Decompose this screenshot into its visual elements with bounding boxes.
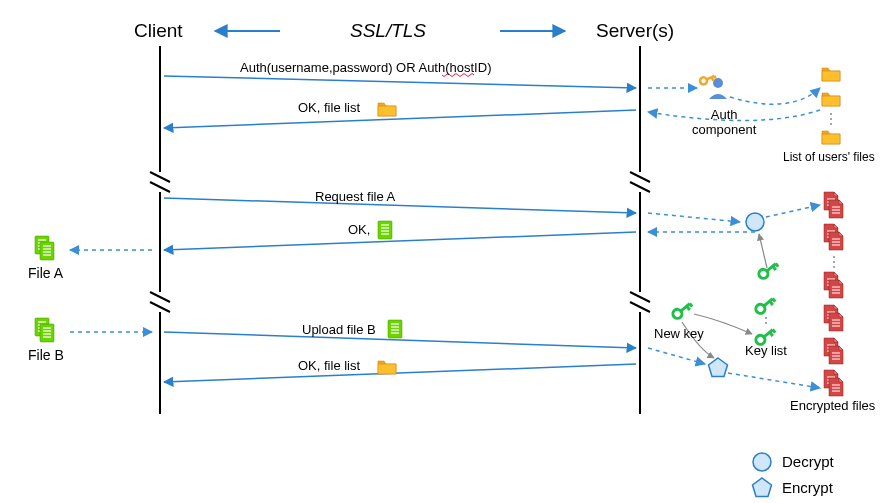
folder-icon [378,103,396,116]
encrypt-node [709,358,728,377]
msg-auth-req [164,76,636,88]
key-icon [754,295,776,315]
folder-icon [822,131,840,144]
msg-req-a-text: Request file A [315,189,395,204]
doc-green-icon [378,221,392,239]
link-decrypt-file [766,205,820,217]
msg-req-a [164,198,636,213]
link-auth-to-users [730,88,820,104]
doc-red-icon [829,313,843,331]
doc-red-icon [829,280,843,298]
link-server-decrypt [648,213,740,222]
doc-red-icon [829,232,843,250]
key-list-label: Key list [745,343,787,358]
legend-encrypt-icon [753,478,772,497]
doc-green-icon [388,320,402,338]
doc-red-icon [829,378,843,396]
doc-red-icon [829,346,843,364]
auth-icon [699,73,727,99]
link-encrypt-out [728,373,820,388]
decrypt-node [746,213,764,231]
encrypted-label: Encrypted files [790,398,875,413]
doc-red-icon [829,200,843,218]
msg-ok-list [164,110,636,128]
folder-icon [822,93,840,106]
file-b-label: File B [28,347,64,363]
folder-icon [378,361,396,374]
msg-ok-a-text: OK, [348,222,370,237]
client-lifeline [150,46,170,414]
link-server-encrypt [648,348,705,364]
key-icon [757,260,779,280]
file-b-icon [40,324,54,342]
legend-decrypt-icon [753,453,771,471]
header-client: Client [134,20,183,42]
key-to-decrypt [759,234,767,268]
legend-encrypt: Encrypt [782,479,833,496]
header-title: SSL/TLS [350,20,426,42]
legend-decrypt: Decrypt [782,453,834,470]
server-lifeline [630,46,650,414]
msg-ok-list2-text: OK, file list [298,358,360,373]
new-key-label: New key [654,326,704,341]
file-a-label: File A [28,265,63,281]
msg-ok-list2 [164,364,636,382]
msg-ok-list-text: OK, file list [298,100,360,115]
msg-upload-b-text: Upload file B [302,322,376,337]
users-files-label: List of users' files [783,150,875,164]
header-server: Server(s) [596,20,674,42]
file-a-icon [40,242,54,260]
msg-auth-text: Auth(username,password) OR Auth(hostID) [240,60,491,75]
msg-ok-a [164,232,636,250]
folder-icon [822,68,840,81]
new-key-icon [671,300,693,320]
auth-label: Auth component [692,108,756,138]
